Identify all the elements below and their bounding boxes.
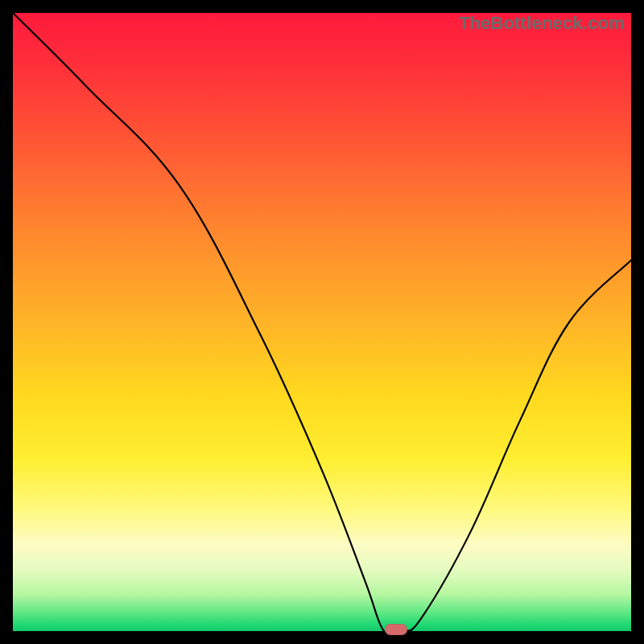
optimal-marker: [385, 624, 407, 635]
bottleneck-gradient-plot: TheBottleneck.com: [13, 13, 631, 631]
attribution-label: TheBottleneck.com: [459, 13, 625, 34]
bottleneck-curve: [13, 13, 631, 631]
